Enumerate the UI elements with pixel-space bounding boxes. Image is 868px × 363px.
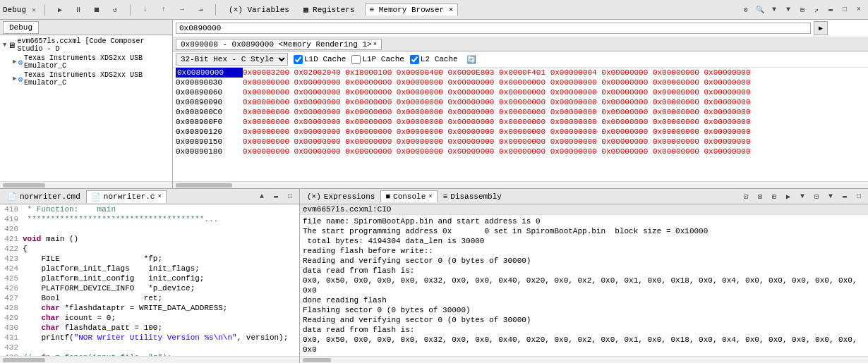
mem-row-8[interactable]: 0x00890180 0x00000000 0x00000000 0x00000… xyxy=(173,147,868,156)
l1p-cache-checkbox[interactable] xyxy=(351,55,361,64)
mem-values-6: 0x00000000 0x00000000 0x00000000 0x00000… xyxy=(243,127,751,137)
right-icon-4[interactable]: ▼ xyxy=(782,4,795,16)
main-content: Debug ▼ 🖥 evm6657ls.ccxml [Code Composer… xyxy=(0,20,868,363)
line-code-427: Bool ret; xyxy=(23,293,162,303)
console-icon-4[interactable]: ▶ xyxy=(782,190,795,203)
l2-cache-checkbox[interactable] xyxy=(410,55,419,64)
line-code-419: **************************************..… xyxy=(23,214,218,224)
address-input[interactable] xyxy=(176,23,811,34)
mem-addr-1: 0x00890030 xyxy=(176,78,243,87)
mem-addr-7: 0x00890150 xyxy=(176,137,243,147)
debug-close-icon[interactable]: ✕ xyxy=(32,6,36,14)
toolbar-icon-1[interactable]: ▶ xyxy=(54,4,66,16)
console-line-4: Reading and verifying sector 0 (0 bytes … xyxy=(303,256,865,266)
disassembly-icon: ≡ xyxy=(443,192,448,201)
right-icon-8[interactable]: □ xyxy=(838,4,851,16)
right-icon-3[interactable]: ▼ xyxy=(768,4,780,16)
tab-memory-browser[interactable]: ≡ Memory Browser × xyxy=(365,4,459,16)
console-scrollbar-bottom[interactable] xyxy=(300,356,868,363)
tree-item-evm[interactable]: ▼ 🖥 evm6657ls.ccxml [Code Composer Studi… xyxy=(1,37,171,54)
mem-values-8: 0x00000000 0x00000000 0x00000000 0x00000… xyxy=(243,147,751,156)
tab-console[interactable]: ■ Console × xyxy=(380,190,437,202)
tab-disassembly[interactable]: ≡ Disassembly xyxy=(439,190,506,202)
memory-scrollbar-bottom[interactable] xyxy=(173,181,868,188)
right-icon-1[interactable]: ⚙ xyxy=(740,4,752,16)
code-line-421: 421 void main () xyxy=(0,234,299,244)
mem-row-2[interactable]: 0x00890060 0x00000000 0x00000000 0x00000… xyxy=(173,87,868,97)
mem-addr-8: 0x00890180 xyxy=(176,147,243,156)
tab-norwriter-c[interactable]: 📄 norwriter.c × xyxy=(86,190,167,203)
toolbar-icon-8[interactable]: ⇥ xyxy=(194,4,207,16)
mem-row-1[interactable]: 0x00890030 0x00000000 0x00000000 0x00000… xyxy=(173,78,868,87)
tab-expressions-label: Expressions xyxy=(324,192,375,201)
tab-norwriter-c-label: norwriter.c xyxy=(104,192,155,201)
line-code-428: char *flashdataptr = WRITE_DATA_ADDRESS; xyxy=(23,303,227,313)
line-code-426: PLATFORM_DEVICE_INFO *p_device; xyxy=(23,283,195,293)
mem-values-4: 0x00000000 0x00000000 0x00000000 0x00000… xyxy=(243,107,751,117)
tab-variables[interactable]: (×) Variables xyxy=(224,4,294,16)
right-icon-7[interactable]: ▬ xyxy=(824,4,837,16)
tab-norwriter-c-close[interactable]: × xyxy=(157,193,161,200)
format-select[interactable]: 32-Bit Hex - C Style xyxy=(176,53,288,66)
code-line-425: 425 platform_init_config init_config; xyxy=(0,273,299,283)
tree-item-xds2[interactable]: ► ⚙ Texas Instruments XDS2xx USB Emulato… xyxy=(1,70,171,87)
toolbar-icon-7[interactable]: → xyxy=(176,4,188,16)
tab-registers[interactable]: ▦ Registers xyxy=(299,4,359,16)
mem-row-5[interactable]: 0x008900F0 0x00000000 0x00000000 0x00000… xyxy=(173,117,868,127)
mem-row-3[interactable]: 0x00890090 0x00000000 0x00000000 0x00000… xyxy=(173,97,868,107)
right-icon-5[interactable]: ⊞ xyxy=(796,4,809,16)
code-icon-up[interactable]: ▲ xyxy=(255,190,268,203)
l1d-cache-checkbox[interactable] xyxy=(294,55,303,64)
console-icon-1[interactable]: ⊡ xyxy=(740,190,752,203)
tab-console-close[interactable]: × xyxy=(428,193,432,200)
right-icon-6[interactable]: ↗ xyxy=(810,4,823,16)
memory-browser-panel: ▶ 0x890000 - 0x0890000 <Memory Rendering… xyxy=(173,20,868,188)
code-line-424: 424 platform_init_flags init_flags; xyxy=(0,264,299,273)
line-num-421: 421 xyxy=(0,234,23,244)
mem-row-0[interactable]: 0x00890000 0x00003200 0x02002040 0x18000… xyxy=(173,68,868,78)
code-icon-minimize[interactable]: ▬ xyxy=(270,190,282,203)
toolbar-icon-4[interactable]: ↺ xyxy=(109,4,121,16)
right-toolbar: ⚙ 🔍 ▼ ▼ ⊞ ↗ ▬ □ × xyxy=(740,4,865,16)
mem-row-4[interactable]: 0x008900C0 0x00000000 0x00000000 0x00000… xyxy=(173,107,868,117)
tab-debug[interactable]: Debug xyxy=(3,21,39,34)
console-title: evm6657ls.ccxml:CIO xyxy=(303,205,391,214)
toolbar-icon-6[interactable]: ↑ xyxy=(157,4,170,16)
console-line-8: Flashing sector 0 (0 bytes of 30000) xyxy=(303,305,865,315)
toolbar-icon-3[interactable]: ⏹ xyxy=(90,4,103,16)
go-button[interactable]: ▶ xyxy=(814,21,828,35)
console-icon-7[interactable]: ▼ xyxy=(824,190,837,203)
refresh-icon[interactable]: 🔄 xyxy=(466,55,476,64)
console-icon-6[interactable]: ⊟ xyxy=(810,190,823,203)
mem-render-tab[interactable]: 0x890000 - 0x0890000 <Memory Rendering 1… xyxy=(176,39,382,50)
mem-render-close-icon[interactable]: × xyxy=(373,41,377,48)
right-icon-2[interactable]: 🔍 xyxy=(754,4,766,16)
console-icon-2[interactable]: ⊠ xyxy=(754,190,766,203)
tree-scrollbar-bottom[interactable] xyxy=(0,181,172,188)
code-icon-maximize[interactable]: □ xyxy=(284,190,296,203)
top-toolbar: Debug ✕ ▶ ⏸ ⏹ ↺ ↓ ↑ → ⇥ (×) Variables ▦ … xyxy=(0,0,868,20)
console-line-9: Reading and verifying sector 0 (0 bytes … xyxy=(303,315,865,325)
tree-item-xds1[interactable]: ► ⚙ Texas Instruments XDS2xx USB Emulato… xyxy=(1,54,171,70)
line-num-419: 419 xyxy=(0,214,23,224)
console-icon-9[interactable]: □ xyxy=(852,190,865,203)
chevron-right-icon-1: ► xyxy=(13,59,16,66)
mem-row-7[interactable]: 0x00890150 0x00000000 0x00000000 0x00000… xyxy=(173,137,868,147)
tab-norwriter-cmd[interactable]: 📄 norwriter.cmd xyxy=(3,190,85,203)
line-code-424: platform_init_flags init_flags; xyxy=(23,264,200,273)
mem-addr-3: 0x00890090 xyxy=(176,97,243,107)
right-icon-9[interactable]: × xyxy=(852,4,865,16)
toolbar-icon-2[interactable]: ⏸ xyxy=(72,4,85,16)
mem-values-2: 0x00000000 0x00000000 0x00000000 0x00000… xyxy=(243,87,751,97)
tab-expressions[interactable]: (×) Expressions xyxy=(303,190,379,202)
code-content: 418 * Function: main 419 ***************… xyxy=(0,204,299,356)
console-icon-8[interactable]: ▬ xyxy=(838,190,851,203)
console-icon-5[interactable]: ▼ xyxy=(796,190,809,203)
toolbar-icon-5[interactable]: ↓ xyxy=(139,4,152,16)
mem-values-1: 0x00000000 0x00000000 0x00000000 0x00000… xyxy=(243,78,751,87)
console-icon-3[interactable]: ⊞ xyxy=(768,190,780,203)
code-scrollbar-bottom[interactable] xyxy=(0,356,299,363)
console-line-10: data read from flash is: xyxy=(303,325,865,335)
mem-row-6[interactable]: 0x00890120 0x00000000 0x00000000 0x00000… xyxy=(173,127,868,137)
line-num-432: 432 xyxy=(0,343,23,352)
